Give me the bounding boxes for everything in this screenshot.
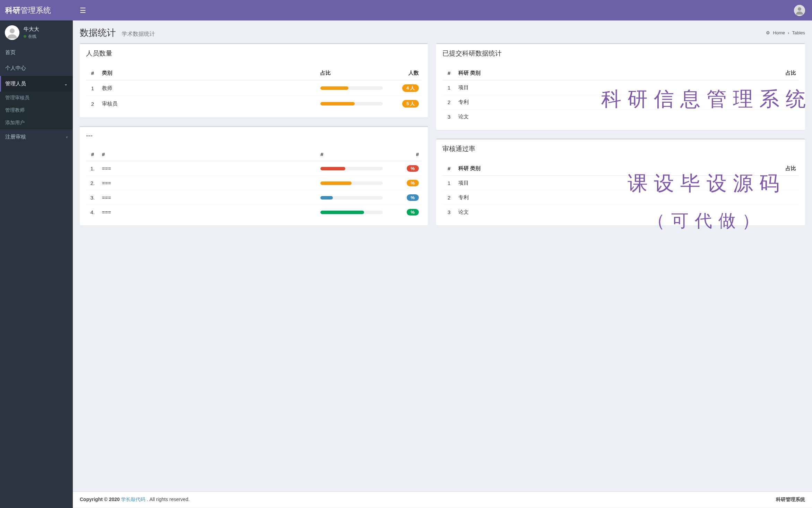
breadcrumb-home[interactable]: Home xyxy=(773,30,785,35)
panel-title: 已提交科研数据统计 xyxy=(436,44,805,63)
panel-title: 人员数量 xyxy=(80,44,428,63)
table-row: 3. === % xyxy=(86,190,422,205)
svg-point-3 xyxy=(10,28,15,33)
table-row: 3 论文 xyxy=(442,110,799,124)
user-avatar[interactable] xyxy=(794,5,805,16)
breadcrumb: ⚙ Home › Tables xyxy=(766,30,805,35)
page-title: 数据统计 学术数据统计 xyxy=(80,27,155,39)
chevron-down-icon: ⌄ xyxy=(64,82,68,86)
nav-home[interactable]: 首页 xyxy=(0,45,73,60)
submitted-table: # 科研 类别 占比 1 项目 2 专利 3 论文 xyxy=(442,66,799,124)
panel-submitted: 已提交科研数据统计 # 科研 类别 占比 1 项目 2 专利 3 论文 xyxy=(436,43,805,130)
panel-title: --- xyxy=(80,127,428,144)
panel-unknown: --- # # # # 1. === % 2. === % 3. === xyxy=(80,126,428,226)
menu-toggle-icon[interactable]: ☰ xyxy=(80,6,86,15)
chevron-left-icon: ‹ xyxy=(66,135,68,139)
table-row: 2. === % xyxy=(86,176,422,190)
table-row: 1 项目 xyxy=(442,176,799,190)
table-row: 1 教师 4 人 xyxy=(86,80,422,96)
nav-personal[interactable]: 个人中心 xyxy=(0,60,73,76)
status-dot-icon xyxy=(24,35,26,38)
table-row: 1. === % xyxy=(86,161,422,176)
nav-register[interactable]: 注册审核 ‹ xyxy=(0,129,73,145)
table-row: 4. === % xyxy=(86,205,422,220)
nav-sub-adduser[interactable]: 添加用户 xyxy=(0,117,73,129)
panel-passrate: 审核通过率 # 科研 类别 占比 1 项目 2 专利 3 论文 xyxy=(436,138,805,226)
user-panel: 牛大大 在线 xyxy=(0,20,73,45)
nav-manage[interactable]: 管理人员 ⌄ xyxy=(0,76,73,92)
personnel-table: # 类别 占比 人数 1 教师 4 人 2 审核员 5 人 xyxy=(86,66,422,111)
footer-link[interactable]: 学长敲代码 xyxy=(121,497,145,502)
table-row: 2 审核员 5 人 xyxy=(86,96,422,112)
panel-title: 审核通过率 xyxy=(436,139,805,158)
svg-point-1 xyxy=(798,7,801,11)
sidebar: 牛大大 在线 首页 个人中心 管理人员 ⌄ 管理审核员 管理教师 添加用户 注册… xyxy=(0,20,73,508)
panel-personnel: 人员数量 # 类别 占比 人数 1 教师 4 人 2 审核员 5 人 xyxy=(80,43,428,118)
app-logo[interactable]: 科研管理系统 xyxy=(0,0,73,20)
breadcrumb-sep: › xyxy=(788,30,789,35)
user-name: 牛大大 xyxy=(24,26,39,33)
passrate-table: # 科研 类别 占比 1 项目 2 专利 3 论文 xyxy=(442,162,799,219)
table-row: 2 专利 xyxy=(442,190,799,205)
unknown-table: # # # # 1. === % 2. === % 3. === % 4. ==… xyxy=(86,148,422,219)
table-row: 2 专利 xyxy=(442,95,799,110)
nav-sub-auditor[interactable]: 管理审核员 xyxy=(0,92,73,104)
page-subtitle: 学术数据统计 xyxy=(122,31,155,37)
nav-sub-teacher[interactable]: 管理教师 xyxy=(0,104,73,117)
table-row: 1 项目 xyxy=(442,80,799,95)
dashboard-icon: ⚙ xyxy=(766,30,770,35)
footer: Copyright © 2020 学长敲代码 . All rights rese… xyxy=(73,491,812,508)
table-row: 3 论文 xyxy=(442,205,799,220)
breadcrumb-tables: Tables xyxy=(792,30,805,35)
sidebar-avatar[interactable] xyxy=(5,25,19,40)
user-status: 在线 xyxy=(24,34,39,40)
footer-right: 科研管理系统 xyxy=(776,497,805,502)
